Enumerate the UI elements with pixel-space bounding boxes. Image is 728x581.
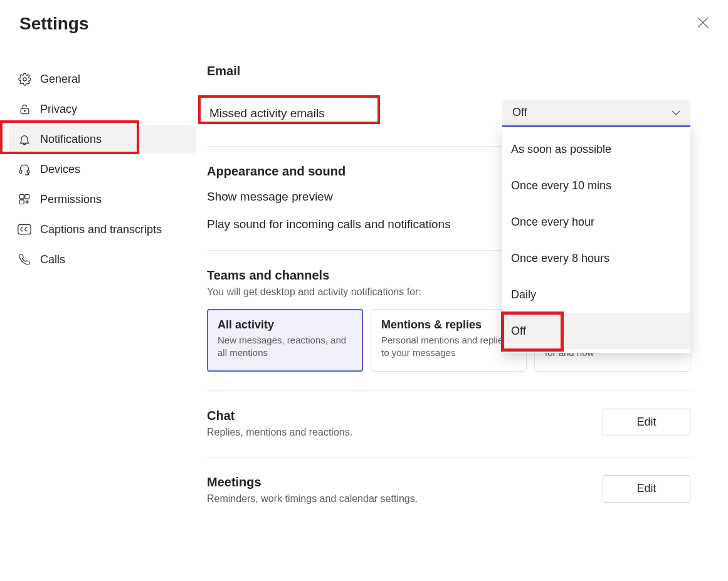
section-divider [207,457,690,458]
captions-icon [18,222,31,236]
missed-activity-label: Missed activity emails [207,103,327,124]
svg-point-4 [24,110,25,112]
card-all-activity[interactable]: All activity New messages, reactions, an… [207,309,363,372]
chat-desc: Replies, mentions and reactions. [207,427,352,438]
card-title: Mentions & replies [381,318,516,332]
gear-icon [18,72,31,86]
dropdown-option-off[interactable]: Off [502,313,690,349]
settings-main: Email Missed activity emails Off As soon… [207,64,728,505]
settings-sidebar: General Privacy Notifications [0,64,207,505]
svg-rect-5 [20,170,22,173]
sidebar-item-privacy[interactable]: Privacy [9,95,196,123]
chevron-down-icon [672,106,680,119]
sidebar-item-label: General [40,73,80,86]
bell-icon [18,132,31,146]
lock-icon [18,102,31,116]
meetings-desc: Reminders, work timings and calendar set… [207,493,418,505]
sidebar-item-calls[interactable]: Calls [9,246,196,273]
select-value: Off [512,106,527,119]
card-title: All activity [218,318,352,332]
close-button[interactable] [694,15,712,33]
sidebar-item-label: Captions and transcripts [40,223,162,236]
dropdown-option-asap[interactable]: As soon as possible [502,131,690,167]
email-heading: Email [207,64,690,78]
sidebar-item-notifications[interactable]: Notifications [9,125,196,153]
sidebar-item-label: Notifications [40,133,102,146]
sidebar-item-captions[interactable]: Captions and transcripts [9,216,196,243]
phone-icon [18,253,31,266]
sidebar-item-label: Devices [40,163,80,176]
dropdown-option-hour[interactable]: Once every hour [502,204,690,240]
missed-activity-dropdown: As soon as possible Once every 10 mins O… [502,127,690,353]
highlight-off-option [501,311,564,352]
sidebar-item-label: Calls [40,253,65,266]
sidebar-item-permissions[interactable]: Permissions [9,186,196,213]
card-desc: Personal mentions and replies to your me… [381,334,516,360]
dropdown-option-8hours[interactable]: Once every 8 hours [502,240,690,276]
headset-icon [18,162,31,176]
dropdown-option-daily[interactable]: Daily [502,276,690,313]
sidebar-item-general[interactable]: General [9,65,196,93]
apps-icon [18,192,31,206]
settings-header: Settings [0,14,728,34]
page-title: Settings [19,14,88,34]
chat-edit-button[interactable]: Edit [603,409,690,436]
svg-rect-9 [20,200,24,204]
meetings-edit-button[interactable]: Edit [603,475,690,503]
missed-activity-select[interactable]: Off As soon as possible Once every 10 mi… [502,100,690,127]
meetings-heading: Meetings [207,475,418,489]
section-divider [207,390,690,391]
svg-rect-7 [20,195,24,199]
sidebar-item-devices[interactable]: Devices [9,155,196,183]
dropdown-option-10min[interactable]: Once every 10 mins [502,167,690,204]
svg-rect-8 [25,195,29,199]
svg-rect-6 [27,170,29,173]
sidebar-item-label: Permissions [40,193,102,206]
chat-heading: Chat [207,409,352,423]
svg-point-2 [23,77,26,80]
sidebar-item-label: Privacy [40,103,77,116]
card-desc: New messages, reactions, and all mention… [218,334,352,360]
close-icon [697,17,709,31]
